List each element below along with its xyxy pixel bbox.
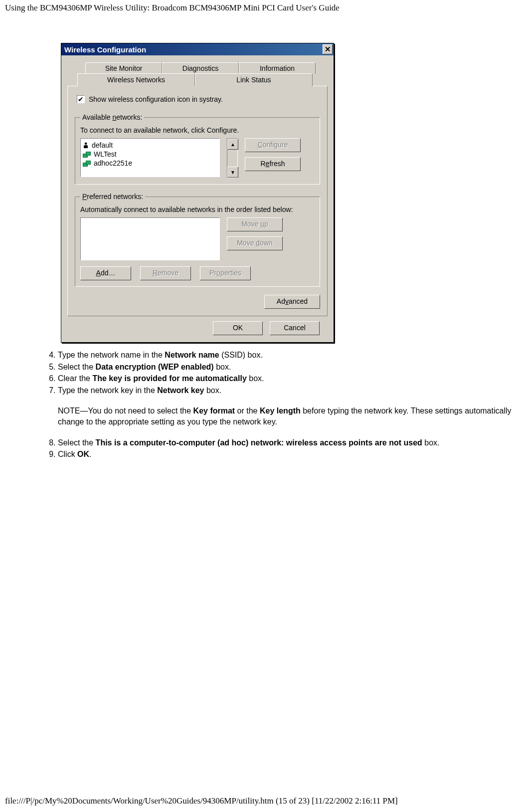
list-item[interactable]: adhoc2251e <box>82 159 218 168</box>
move-up-button[interactable]: Move up <box>227 217 283 231</box>
systray-label: Show wireless configuration icon in syst… <box>89 95 223 103</box>
step-6: Clear the The key is provided for me aut… <box>58 373 517 384</box>
advanced-button[interactable]: Advanced <box>264 295 320 309</box>
step-9: Click OK. <box>58 449 517 460</box>
close-icon[interactable]: ✕ <box>323 44 333 54</box>
doc-footer: file:///P|/pc/My%20Documents/Working/Use… <box>5 796 398 806</box>
tab-information[interactable]: Information <box>239 62 316 74</box>
list-item[interactable]: default <box>82 141 218 150</box>
titlebar-title: Wireless Configuration <box>64 45 323 54</box>
preferred-desc: Automatically connect to available netwo… <box>80 205 315 213</box>
systray-checkbox[interactable]: ✔ <box>77 95 85 103</box>
available-listbox[interactable]: default WLTest adhoc2251e <box>80 138 220 177</box>
dialog-body: Site Monitor Diagnostics Information Wir… <box>61 55 334 342</box>
scrollbar[interactable]: ▲ ▼ <box>227 138 238 178</box>
tab-panel: ✔ Show wireless configuration icon in sy… <box>67 86 328 316</box>
step-8: Select the This is a computer-to-compute… <box>58 437 517 448</box>
add-button[interactable]: Add… <box>80 266 131 280</box>
instructions-list: Type the network name in the Network nam… <box>39 350 517 396</box>
tab-site-monitor[interactable]: Site Monitor <box>85 62 162 74</box>
preferred-legend: Preferred networks: <box>80 193 145 201</box>
tab-wireless-networks[interactable]: Wireless Networks <box>77 73 195 86</box>
scroll-down-icon[interactable]: ▼ <box>227 167 238 178</box>
ok-button[interactable]: OK <box>213 321 263 335</box>
dialog-footer: OK Cancel <box>67 316 328 335</box>
network-icon <box>83 152 91 157</box>
refresh-button[interactable]: Refresh <box>245 157 301 171</box>
doc-header: Using the BCM94306MP Wireless Utility: B… <box>5 3 517 13</box>
remove-button[interactable]: Remove <box>140 266 191 280</box>
titlebar: Wireless Configuration ✕ <box>61 43 334 55</box>
wireless-config-dialog: Wireless Configuration ✕ Site Monitor Di… <box>61 43 334 343</box>
preferred-listbox[interactable] <box>80 217 220 260</box>
network-icon <box>83 161 91 166</box>
step-7: Type the network key in the Network key … <box>58 385 517 396</box>
properties-button[interactable]: Properties <box>200 266 251 280</box>
move-down-button[interactable]: Move down <box>227 236 283 250</box>
tab-link-status[interactable]: Link Status <box>195 73 313 86</box>
tab-row-front: Wireless Networks Link Status <box>77 73 328 86</box>
available-desc: To connect to an available network, clic… <box>80 126 315 134</box>
step-4: Type the network name in the Network nam… <box>58 350 517 361</box>
note-text: NOTE—You do not need to select the Key f… <box>58 406 517 427</box>
scroll-up-icon[interactable]: ▲ <box>227 139 238 150</box>
step-5: Select the Data encryption (WEP enabled)… <box>58 362 517 373</box>
available-legend: Available networks: <box>80 113 144 121</box>
list-item[interactable]: WLTest <box>82 150 218 159</box>
configure-button[interactable]: Configure <box>245 138 301 152</box>
person-icon <box>83 142 89 149</box>
available-networks-group: Available networks: To connect to an ava… <box>75 113 320 185</box>
cancel-button[interactable]: Cancel <box>270 321 320 335</box>
tab-row-back: Site Monitor Diagnostics Information <box>85 62 328 74</box>
preferred-networks-group: Preferred networks: Automatically connec… <box>75 193 320 287</box>
tab-diagnostics[interactable]: Diagnostics <box>162 62 239 74</box>
instructions-list-2: Select the This is a computer-to-compute… <box>39 437 517 460</box>
systray-row: ✔ Show wireless configuration icon in sy… <box>77 95 320 103</box>
